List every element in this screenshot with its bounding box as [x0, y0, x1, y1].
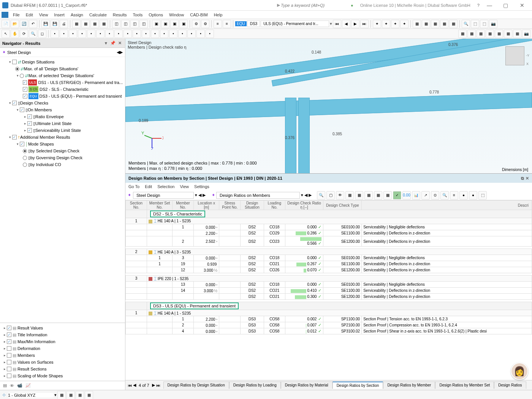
col-header[interactable]: Member Set No.	[147, 201, 172, 210]
3d-view[interactable]: Steel Design Members | Design check rati…	[125, 39, 532, 173]
gt-n[interactable]: 🔍	[440, 191, 449, 200]
tree-design-checks[interactable]: ▾▯ Design Checks	[0, 100, 125, 106]
table-row[interactable]: 130.000▫DS2CO18 0.000✓SE0100.00Serviceab…	[126, 282, 532, 288]
tb-s[interactable]: ✦	[391, 20, 399, 28]
tb-a[interactable]: ▦	[72, 20, 81, 28]
tb-r[interactable]: ✦	[382, 20, 390, 28]
gt-e[interactable]: ▦	[355, 191, 363, 200]
gt-h[interactable]: ▦	[383, 191, 392, 200]
col-header[interactable]: Section No.	[126, 201, 147, 210]
zoom-icon[interactable]: 🔍	[29, 30, 37, 38]
tb-c[interactable]: ▦	[90, 20, 99, 28]
table-row[interactable]: 40.000▫DS3CO58 0.012✓SP3100.02Section Pr…	[126, 328, 532, 334]
tb-b[interactable]: ▦	[81, 20, 90, 28]
keyword-search[interactable]	[280, 2, 348, 8]
grid-tab[interactable]: Design Ratios	[494, 382, 526, 389]
tb-d[interactable]: ▦	[100, 20, 108, 28]
gt-p[interactable]: ●	[459, 191, 468, 200]
c1-next[interactable]: ▶	[203, 193, 206, 198]
tb2-h[interactable]: •	[114, 30, 123, 38]
ds3-label[interactable]: DS3	[247, 21, 260, 27]
grid-tab[interactable]: Design Ratios by Loading	[229, 382, 281, 389]
tb-u[interactable]: ▦	[413, 20, 421, 28]
gt-g[interactable]: ▦	[374, 191, 382, 200]
view-cube[interactable]: -YX	[505, 46, 524, 65]
gt-j[interactable]: 0.00	[402, 191, 411, 200]
tree-amr[interactable]: ▾⫯ Additional Member Results	[0, 134, 125, 141]
grid-menu-view[interactable]: View	[180, 184, 189, 189]
camera-icon[interactable]: 📷	[522, 30, 530, 38]
tabs-next-icon[interactable]: ▶	[152, 383, 155, 388]
menu-results[interactable]: Results	[110, 12, 130, 18]
col-header[interactable]: Design Situation	[241, 201, 264, 210]
tree-max-all[interactable]: ⇄ Max. of all 'Design Situations'	[0, 65, 125, 72]
gt-k[interactable]: 📊	[412, 191, 420, 200]
nav-close-icon[interactable]: ✕	[117, 41, 123, 46]
tb2-w[interactable]: ▦	[495, 30, 503, 38]
minimize-button[interactable]: —	[482, 2, 497, 8]
nav-bottom-item[interactable]: ▸▤Scaling of Mode Shapes	[0, 372, 125, 379]
c1-prev[interactable]: ◀	[198, 193, 201, 198]
table-row[interactable]: 1190.939DS2CO21 0.267✓SE1100.00Serviceab…	[126, 261, 532, 267]
module-prev-icon[interactable]: ◀	[117, 50, 120, 55]
tb2-y[interactable]: ▦	[513, 30, 521, 38]
tb-p[interactable]: ≡	[223, 20, 231, 28]
tb2-v[interactable]: ▦	[486, 30, 494, 38]
tb-ac[interactable]: 📷	[489, 20, 497, 28]
menu-assign[interactable]: Assign	[68, 12, 86, 18]
tb2-a[interactable]: •	[51, 30, 59, 38]
tb2-m[interactable]: •	[160, 30, 168, 38]
col-header[interactable]: Loading No.	[264, 201, 285, 210]
grid-menu-selection[interactable]: Selection	[157, 184, 174, 189]
grid-restore-icon[interactable]: ⧉	[521, 176, 524, 181]
tabs-first-icon[interactable]: ⏮	[128, 383, 132, 388]
grid-tab[interactable]: Design Ratios by Member Set	[435, 382, 494, 389]
tb2-d[interactable]: •	[78, 30, 86, 38]
tb-o[interactable]: ≡	[214, 20, 222, 28]
tb2-n[interactable]: •	[169, 30, 177, 38]
grid-tab[interactable]: Design Ratios by Section	[332, 382, 383, 389]
tabs-last-icon[interactable]: ⏭	[156, 383, 160, 388]
save-icon[interactable]: 💾	[41, 20, 50, 28]
prev-icon[interactable]: ◀	[342, 20, 350, 28]
tb-f[interactable]: ◫	[121, 20, 130, 28]
bt-a[interactable]: ▦	[57, 391, 66, 399]
tb-i[interactable]: ▣	[152, 20, 160, 28]
nav-bottom-item[interactable]: ▸▤Values on Surfaces	[0, 359, 125, 366]
tree-ds3[interactable]: EQUDS3 - ULS (EQU) - Permanent and trans…	[0, 93, 125, 100]
gt-r[interactable]: ⬚	[478, 191, 487, 200]
grid-tab[interactable]: Design Ratios by Member	[383, 382, 435, 389]
tb2-g[interactable]: •	[105, 30, 114, 38]
next-icon[interactable]: ▶	[351, 20, 359, 28]
new-icon[interactable]: 📄	[2, 20, 10, 28]
gt-l[interactable]: ↗	[421, 191, 430, 200]
select-icon[interactable]: ◻	[38, 30, 46, 38]
bt-d[interactable]: ▦	[85, 391, 93, 399]
tb-q[interactable]: ✦	[373, 20, 381, 28]
menu-options[interactable]: Options	[146, 12, 166, 18]
menu-view[interactable]: View	[36, 12, 51, 18]
tree-ms1[interactable]: ▯ by Selected Design Check	[0, 147, 125, 154]
table-row[interactable]: 123.000½DS2CO26 0.070✓SE1200.00Serviceab…	[126, 267, 532, 273]
tabs-prev-icon[interactable]: ◀	[133, 383, 136, 388]
gt-d[interactable]: ▦	[345, 191, 354, 200]
grid-tab[interactable]: Design Ratios by Material	[281, 382, 332, 389]
menu-cadbim[interactable]: CAD-BIM	[187, 12, 211, 18]
col-header[interactable]: Member No.	[173, 201, 194, 210]
tb2-q[interactable]: •	[196, 30, 205, 38]
undo-icon[interactable]: ↶	[29, 20, 37, 28]
pan-icon[interactable]: ✋	[11, 30, 19, 38]
maximize-button[interactable]: ▢	[498, 2, 513, 8]
rotate-icon[interactable]: ⟳	[20, 30, 28, 38]
grid-close-icon[interactable]: ✕	[526, 176, 529, 181]
tb-e[interactable]: ◫	[112, 20, 120, 28]
table-row[interactable]: 22.502▫DS2CO23 0.566✓SE1200.00Serviceabi…	[126, 236, 532, 247]
bt-b[interactable]: ▦	[66, 391, 75, 399]
gt-m[interactable]: ⊙	[431, 191, 439, 200]
tb2-x[interactable]: ▦	[504, 30, 512, 38]
table-row[interactable]: 20.000▫DS3CO58 0.007✓SP2100.00Section Pr…	[126, 322, 532, 328]
gt-f[interactable]: ▦	[364, 191, 373, 200]
last-icon[interactable]: ⏭	[360, 20, 369, 28]
close-button[interactable]: ✕	[515, 2, 530, 8]
table-row[interactable]: 12.200▫DS3CO58 0.002✓SP1100.00Section Pr…	[126, 316, 532, 322]
